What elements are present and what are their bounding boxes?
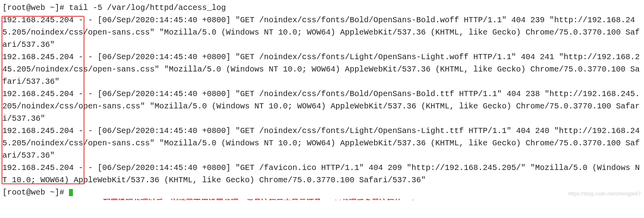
log-line: 192.168.245.204 - - [06/Sep/2020:14:45:4… bbox=[2, 89, 640, 123]
log-line: 192.168.245.204 - - [06/Sep/2020:14:45:4… bbox=[2, 15, 640, 49]
terminal-output[interactable]: [root@web ~]# tail -5 /var/log/httpd/acc… bbox=[2, 2, 642, 199]
log-line: 192.168.245.204 - - [06/Sep/2020:14:45:4… bbox=[2, 163, 640, 185]
shell-prompt: [root@web ~]# bbox=[2, 188, 69, 197]
shell-prompt: [root@web ~]# bbox=[2, 3, 69, 12]
log-line: 192.168.245.204 - - [06/Sep/2020:14:45:4… bbox=[2, 52, 640, 86]
log-line: 192.168.245.204 - - [06/Sep/2020:14:45:4… bbox=[2, 126, 640, 160]
cursor-icon bbox=[69, 189, 73, 196]
shell-command: tail -5 /var/log/httpd/access_log bbox=[69, 3, 226, 12]
